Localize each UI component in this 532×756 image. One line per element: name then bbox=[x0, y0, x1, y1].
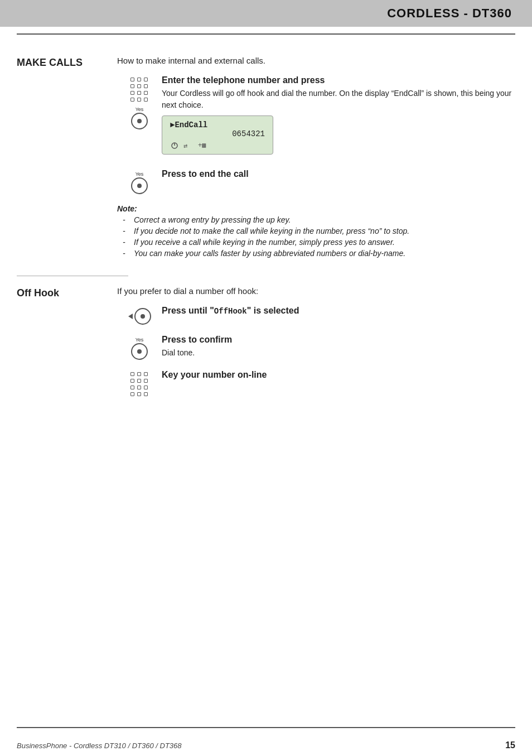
yes-circle2 bbox=[131, 177, 148, 194]
page-title: CORDLESS - DT360 bbox=[387, 6, 512, 21]
footer-bar: BusinessPhone - Cordless DT310 / DT360 /… bbox=[17, 740, 515, 750]
kd7 bbox=[130, 91, 134, 95]
kd2-9 bbox=[144, 386, 148, 389]
kd2-2 bbox=[137, 372, 141, 376]
display-line2: 0654321 bbox=[170, 129, 265, 138]
yes-circle-inner3 bbox=[137, 349, 142, 354]
yes-circle bbox=[131, 113, 148, 129]
power-icon bbox=[170, 141, 179, 150]
note-block: Note: - Correct a wrong entry by pressin… bbox=[117, 204, 515, 258]
note-dash-2: - bbox=[123, 227, 129, 235]
kd2-4 bbox=[130, 379, 134, 383]
keypad-icon bbox=[130, 78, 148, 102]
kd2-12 bbox=[144, 392, 148, 396]
display-box: ►EndCall 0654321 ⇄ bbox=[162, 115, 273, 155]
note-dash-3: - bbox=[123, 238, 129, 247]
step1-icon: Yes bbox=[117, 75, 162, 129]
off-hook-step3-title: Key your number on-line bbox=[162, 370, 515, 380]
yes-button-icon: Yes bbox=[131, 107, 148, 129]
kd8 bbox=[137, 91, 141, 95]
make-calls-description: How to make internal and external calls. bbox=[117, 56, 515, 65]
yes-circle3 bbox=[131, 343, 148, 360]
yes-circle-inner2 bbox=[137, 184, 142, 188]
note-item-1: - Correct a wrong entry by pressing the … bbox=[117, 215, 515, 224]
off-hook-step2-text: Dial tone. bbox=[162, 347, 515, 359]
off-hook-step1-title: Press until "OffHook" is selected bbox=[162, 306, 515, 316]
kd9 bbox=[144, 91, 148, 95]
off-hook-step1: Press until "OffHook" is selected bbox=[117, 306, 515, 325]
display-line1: ►EndCall bbox=[170, 121, 265, 129]
signal-icon: ⇄ bbox=[183, 141, 194, 149]
note-title: Note: bbox=[117, 204, 515, 213]
note-item-4: - You can make your calls faster by usin… bbox=[117, 249, 515, 258]
nav-circle-inner bbox=[141, 314, 145, 319]
note-dash-1: - bbox=[123, 215, 129, 224]
note-item-3: - If you receive a call while keying in … bbox=[117, 238, 515, 247]
yes-label2: Yes bbox=[136, 171, 144, 177]
make-calls-section: MAKE CALLS How to make internal and exte… bbox=[17, 56, 515, 260]
keypad-icon2 bbox=[130, 372, 148, 397]
yes-button2-icon: Yes bbox=[131, 171, 148, 194]
step2-title: Press to end the call bbox=[162, 169, 515, 179]
kd1 bbox=[130, 78, 134, 81]
footer-label: BusinessPhone - Cordless DT310 / DT360 /… bbox=[17, 741, 182, 750]
off-hook-description: If you prefer to dial a number off hook: bbox=[117, 286, 515, 296]
footer-rule-container bbox=[0, 727, 532, 728]
off-hook-body: If you prefer to dial a number off hook:… bbox=[117, 286, 515, 409]
offhook-mono: OffHook bbox=[214, 307, 247, 316]
make-calls-label: MAKE CALLS bbox=[17, 56, 117, 260]
yes-label3: Yes bbox=[136, 337, 144, 343]
off-hook-label: Off Hook bbox=[17, 286, 117, 409]
kd2-5 bbox=[137, 379, 141, 383]
off-hook-step2: Yes Press to confirm Dial tone. bbox=[117, 335, 515, 360]
note-dash-4: - bbox=[123, 249, 129, 258]
arrow-circle-icon bbox=[128, 308, 151, 325]
off-hook-step1-icon bbox=[117, 306, 162, 325]
arrow-left-icon bbox=[128, 314, 133, 319]
note-item-2: - If you decide not to make the call whi… bbox=[117, 227, 515, 235]
footer-divider bbox=[17, 727, 515, 728]
note-text-1: Correct a wrong entry by pressing the up… bbox=[134, 215, 291, 224]
step1-title: Enter the telephone number and press bbox=[162, 75, 515, 85]
off-hook-step2-icon: Yes bbox=[117, 335, 162, 360]
footer-page: 15 bbox=[505, 740, 515, 750]
step1-text: Your Cordless will go off hook and dial … bbox=[162, 88, 515, 111]
off-hook-step3: Key your number on-line bbox=[117, 370, 515, 399]
yes-label: Yes bbox=[136, 107, 144, 112]
off-hook-step1-content: Press until "OffHook" is selected bbox=[162, 306, 515, 318]
kd2-7 bbox=[130, 386, 134, 389]
section-divider bbox=[17, 276, 128, 276]
kd4 bbox=[130, 84, 134, 88]
header-bar: CORDLESS - DT360 bbox=[0, 0, 532, 27]
note-text-4: You can make your calls faster by using … bbox=[134, 249, 405, 258]
yes-button3-icon: Yes bbox=[131, 337, 148, 360]
kd11 bbox=[137, 98, 141, 102]
nav-circle bbox=[134, 308, 151, 325]
kd3 bbox=[144, 78, 148, 81]
off-hook-section: Off Hook If you prefer to dial a number … bbox=[17, 286, 515, 409]
display-icons: ⇄ +▩ bbox=[170, 141, 265, 150]
yes-circle-inner bbox=[137, 119, 142, 123]
kd2-8 bbox=[137, 386, 141, 389]
off-hook-step3-content: Key your number on-line bbox=[162, 370, 515, 382]
kd6 bbox=[144, 84, 148, 88]
step-enter-number: Yes Enter the telephone number and press… bbox=[117, 75, 515, 159]
note-text-2: If you decide not to make the call while… bbox=[134, 227, 409, 235]
kd2 bbox=[137, 78, 141, 81]
step2-content: Press to end the call bbox=[162, 169, 515, 181]
main-content: MAKE CALLS How to make internal and exte… bbox=[0, 35, 532, 448]
kd2-3 bbox=[144, 372, 148, 376]
note-text-3: If you receive a call while keying in th… bbox=[134, 238, 395, 247]
kd2-10 bbox=[130, 392, 134, 396]
svg-text:⇄: ⇄ bbox=[183, 142, 187, 149]
make-calls-body: How to make internal and external calls. bbox=[117, 56, 515, 260]
step2-icon: Yes bbox=[117, 169, 162, 194]
kd12 bbox=[144, 98, 148, 102]
off-hook-step3-icon bbox=[117, 370, 162, 399]
kd5 bbox=[137, 84, 141, 88]
kd10 bbox=[130, 98, 134, 102]
kd2-11 bbox=[137, 392, 141, 396]
off-hook-step2-title: Press to confirm bbox=[162, 335, 515, 345]
kd2-1 bbox=[130, 372, 134, 376]
step-end-call: Yes Press to end the call bbox=[117, 169, 515, 194]
